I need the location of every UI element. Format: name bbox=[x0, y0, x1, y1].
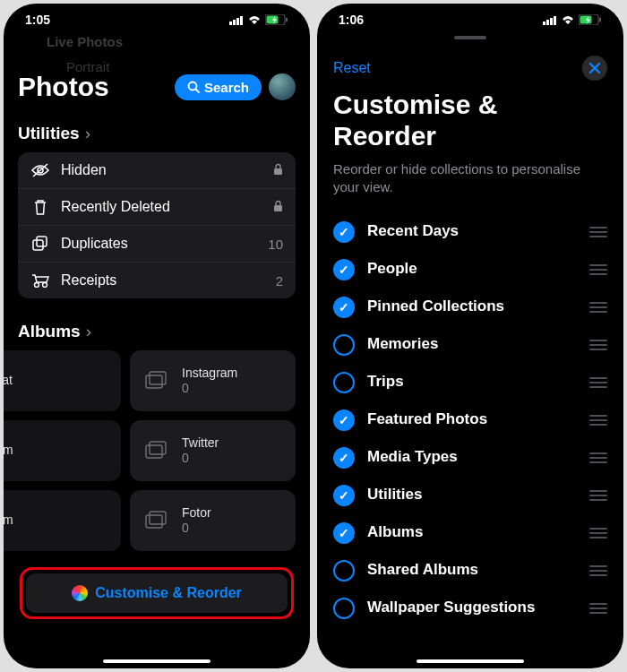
svg-rect-26 bbox=[554, 16, 556, 25]
utility-label: Hidden bbox=[61, 162, 107, 178]
album-card[interactable]: napchat bbox=[4, 350, 121, 411]
utility-label: Duplicates bbox=[61, 236, 128, 252]
album-title: napchat bbox=[4, 373, 13, 389]
reorder-item[interactable]: Featured Photos bbox=[333, 401, 607, 439]
trash-icon bbox=[30, 199, 50, 215]
drag-handle-icon[interactable] bbox=[589, 302, 607, 313]
close-button[interactable] bbox=[582, 56, 607, 81]
rainbow-icon bbox=[72, 585, 88, 601]
svg-rect-1 bbox=[233, 20, 236, 25]
reorder-item[interactable]: People bbox=[333, 251, 607, 289]
drag-handle-icon[interactable] bbox=[589, 565, 607, 576]
svg-rect-24 bbox=[546, 20, 549, 25]
customise-sheet-screen: 1:06 Reset Customise & Reorder Reorder o… bbox=[317, 4, 623, 668]
search-icon bbox=[187, 81, 200, 93]
drag-handle-icon[interactable] bbox=[589, 264, 607, 275]
visibility-toggle[interactable] bbox=[333, 409, 355, 431]
drag-handle-icon[interactable] bbox=[589, 377, 607, 388]
reorder-item[interactable]: Memories bbox=[333, 326, 607, 364]
drag-handle-icon[interactable] bbox=[589, 603, 607, 614]
reorder-item-label: Shared Albums bbox=[367, 561, 577, 579]
cellular-icon bbox=[229, 15, 244, 25]
utility-count: 10 bbox=[268, 237, 283, 252]
reorder-item-label: People bbox=[367, 260, 577, 278]
svg-rect-23 bbox=[543, 22, 545, 25]
svg-rect-0 bbox=[229, 22, 232, 25]
reorder-item[interactable]: Utilities bbox=[333, 477, 607, 514]
album-card[interactable]: stagram bbox=[4, 490, 121, 551]
drag-handle-icon[interactable] bbox=[589, 415, 607, 426]
utility-duplicates[interactable]: Duplicates 10 bbox=[18, 225, 296, 262]
visibility-toggle[interactable] bbox=[333, 372, 355, 393]
svg-rect-29 bbox=[599, 18, 601, 22]
status-icons bbox=[543, 14, 602, 25]
album-card[interactable]: Twitter0 bbox=[130, 420, 296, 481]
drag-handle-icon[interactable] bbox=[589, 227, 607, 237]
utilities-section-header[interactable]: Utilities › bbox=[18, 124, 296, 143]
customise-reorder-button[interactable]: Customise & Reorder bbox=[26, 573, 288, 613]
visibility-toggle[interactable] bbox=[333, 447, 355, 469]
reorder-item[interactable]: Shared Albums bbox=[333, 552, 607, 590]
home-indicator[interactable] bbox=[103, 659, 210, 663]
reorder-item-label: Recent Days bbox=[367, 222, 577, 240]
svg-rect-6 bbox=[286, 18, 288, 22]
reorder-item-label: Wallpaper Suggestions bbox=[367, 599, 577, 616]
reorder-item[interactable]: Recent Days bbox=[333, 213, 607, 251]
search-label: Search bbox=[204, 80, 249, 95]
album-card[interactable]: Fotor0 bbox=[130, 490, 296, 551]
utility-hidden[interactable]: Hidden bbox=[18, 152, 296, 188]
svg-rect-12 bbox=[274, 205, 282, 211]
reorder-item-label: Memories bbox=[367, 335, 577, 353]
reorder-item[interactable]: Trips bbox=[333, 364, 607, 401]
drag-handle-icon[interactable] bbox=[589, 340, 607, 350]
reorder-item[interactable]: Wallpaper Suggestions bbox=[333, 590, 607, 627]
utility-label: Recently Deleted bbox=[61, 199, 170, 215]
album-title: Fotor bbox=[182, 505, 211, 521]
visibility-toggle[interactable] bbox=[333, 485, 355, 506]
utility-recently-deleted[interactable]: Recently Deleted bbox=[18, 188, 296, 225]
chevron-right-icon: › bbox=[85, 124, 90, 143]
reorder-list: Recent DaysPeoplePinned CollectionsMemor… bbox=[317, 213, 623, 627]
visibility-toggle[interactable] bbox=[333, 221, 355, 243]
eye-slash-icon bbox=[30, 163, 50, 177]
photos-stack-icon bbox=[142, 438, 171, 463]
home-indicator[interactable] bbox=[417, 659, 524, 663]
profile-avatar[interactable] bbox=[269, 73, 296, 100]
reorder-item-label: Trips bbox=[367, 373, 577, 391]
close-icon bbox=[589, 63, 600, 73]
utility-count: 2 bbox=[276, 273, 283, 289]
album-title: stagram bbox=[4, 513, 13, 529]
drag-handle-icon[interactable] bbox=[589, 528, 607, 538]
visibility-toggle[interactable] bbox=[333, 259, 355, 280]
drag-handle-icon[interactable] bbox=[589, 490, 607, 501]
visibility-toggle[interactable] bbox=[333, 297, 355, 318]
visibility-toggle[interactable] bbox=[333, 334, 355, 356]
drag-handle-icon[interactable] bbox=[589, 452, 607, 463]
utilities-label: Utilities bbox=[18, 124, 80, 143]
reset-button[interactable]: Reset bbox=[333, 60, 371, 76]
album-card[interactable]: Instagram0 bbox=[130, 350, 296, 411]
reorder-item[interactable]: Pinned Collections bbox=[333, 289, 607, 326]
svg-line-8 bbox=[195, 90, 199, 93]
visibility-toggle[interactable] bbox=[333, 522, 355, 544]
lock-icon bbox=[273, 163, 283, 178]
reorder-item[interactable]: Media Types bbox=[333, 439, 607, 477]
visibility-toggle[interactable] bbox=[333, 598, 355, 619]
svg-rect-3 bbox=[240, 16, 243, 25]
reorder-item[interactable]: Albums bbox=[333, 514, 607, 552]
battery-charging-icon bbox=[265, 14, 288, 25]
album-count: 0 bbox=[182, 521, 211, 537]
albums-label: Albums bbox=[18, 322, 81, 341]
albums-section-header[interactable]: Albums › bbox=[18, 322, 296, 341]
search-button[interactable]: Search bbox=[175, 74, 262, 100]
lock-icon bbox=[273, 200, 283, 215]
duplicate-icon bbox=[30, 236, 50, 252]
album-card[interactable]: stagram bbox=[4, 420, 121, 481]
reorder-item-label: Featured Photos bbox=[367, 410, 577, 428]
clock: 1:06 bbox=[339, 13, 364, 27]
utility-receipts[interactable]: Receipts 2 bbox=[18, 262, 296, 298]
albums-grid: napchat Instagram0 stagram Twitter0 stag… bbox=[4, 350, 296, 551]
visibility-toggle[interactable] bbox=[333, 560, 355, 582]
album-title: Instagram bbox=[182, 366, 237, 382]
chevron-right-icon: › bbox=[86, 322, 91, 341]
